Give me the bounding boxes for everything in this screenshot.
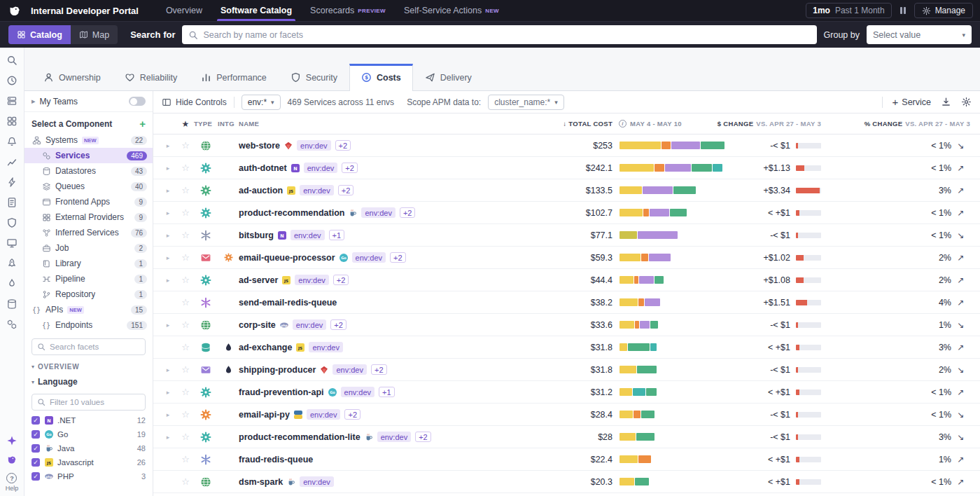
rail-bits-ai-icon[interactable] [6, 435, 18, 446]
row-star-icon[interactable]: ☆ [177, 476, 194, 487]
env-tag[interactable]: env:dev [307, 409, 341, 420]
table-row[interactable]: ▸☆web-storeenv:dev+2$253-< $1< 1%↘ [153, 135, 980, 157]
row-star-icon[interactable]: ☆ [177, 140, 194, 151]
row-star-icon[interactable]: ☆ [177, 207, 194, 218]
tab-security[interactable]: Security [279, 64, 349, 91]
sidebar-item-external-providers[interactable]: External Providers9 [24, 209, 153, 225]
table-row[interactable]: ▸☆bitsburgNenv:dev+1$77.1-< $1< 1%↘ [153, 224, 980, 247]
row-expand-chevron[interactable]: ▸ [159, 187, 177, 194]
service-name[interactable]: ad-exchange [239, 343, 292, 352]
checkbox-checked-icon[interactable]: ✓ [31, 472, 40, 481]
table-row[interactable]: ☆ad-exchangeJSenv:dev$31.8< +$13%↗ [153, 336, 980, 359]
env-more-badge[interactable]: +2 [335, 140, 351, 151]
tab-delivery[interactable]: Delivery [413, 64, 484, 91]
service-name[interactable]: ad-auction [239, 186, 283, 195]
datadog-logo-icon[interactable] [7, 3, 22, 18]
sidebar-item-repository[interactable]: Repository1 [24, 287, 153, 302]
rail-databases-icon[interactable] [6, 298, 18, 310]
service-name[interactable]: product-recommendation [239, 208, 344, 218]
table-row[interactable]: ☆dsm-sparkenv:dev$20.3< +$1< 1%↗ [153, 471, 980, 493]
env-tag[interactable]: env:dev [300, 185, 334, 195]
rail-integrations-icon[interactable] [6, 319, 18, 330]
language-option-net[interactable]: ✓N.NET12 [24, 413, 153, 427]
env-tag[interactable]: env:dev [295, 275, 329, 285]
row-expand-chevron[interactable]: ▸ [159, 209, 177, 216]
time-range-picker[interactable]: 1mo Past 1 Month [806, 3, 891, 18]
sidebar-item-pipeline[interactable]: Pipeline1 [24, 271, 153, 287]
tab-costs[interactable]: $Costs [349, 64, 413, 91]
language-option-php[interactable]: ✓phpPHP3 [24, 469, 153, 483]
language-option-javascript[interactable]: ✓JSJavascript26 [24, 455, 153, 469]
env-more-badge[interactable]: +1 [379, 387, 395, 397]
row-star-icon[interactable]: ☆ [177, 297, 194, 308]
env-tag[interactable]: env:dev [293, 319, 327, 330]
checkbox-checked-icon[interactable]: ✓ [31, 430, 40, 439]
row-star-icon[interactable]: ☆ [177, 409, 194, 420]
row-star-icon[interactable]: ☆ [177, 230, 194, 240]
env-tag[interactable]: env:dev [309, 342, 343, 352]
table-row[interactable]: ▸☆corp-sitephpenv:dev+2$33.6-< $11%↘ [153, 314, 980, 336]
env-tag[interactable]: env:dev [361, 207, 396, 218]
service-name[interactable]: shipping-producer [239, 365, 316, 375]
row-expand-chevron[interactable]: ▸ [159, 389, 177, 396]
checkbox-checked-icon[interactable]: ✓ [31, 444, 40, 453]
service-name[interactable]: fraud-redis-queue [239, 455, 313, 464]
row-star-icon[interactable]: ☆ [177, 454, 194, 464]
row-expand-chevron[interactable]: ▸ [159, 232, 177, 239]
sidebar-item-job[interactable]: Job2 [24, 240, 153, 256]
table-row[interactable]: ▸☆product-recommendationenv:dev+2$102.7<… [153, 202, 980, 224]
add-component-button[interactable]: + [139, 118, 146, 129]
service-name[interactable]: fraud-prevention-api [239, 387, 324, 397]
sidebar-item-services[interactable]: Services469 [24, 148, 153, 163]
language-section-header[interactable]: ▾ Language [24, 373, 153, 388]
row-star-icon[interactable]: ☆ [177, 163, 194, 173]
settings-button[interactable] [961, 97, 972, 107]
rail-ci-cd-icon[interactable] [6, 258, 18, 269]
table-row[interactable]: ☆send-email-redis-queue$38.2+$1.514%↗ [153, 291, 980, 314]
add-service-button[interactable]: + Service [892, 97, 931, 107]
nav-scorecards[interactable]: ScorecardsPREVIEW [301, 0, 395, 21]
table-row[interactable]: ▸☆product-recommendation-liteenv:dev+2$2… [153, 426, 980, 448]
map-view-button[interactable]: Map [71, 25, 118, 44]
row-expand-chevron[interactable]: ▸ [159, 411, 177, 418]
row-expand-chevron[interactable]: ▸ [159, 142, 177, 149]
tab-performance[interactable]: Performance [189, 64, 279, 91]
service-name[interactable]: dsm-spark [239, 477, 283, 487]
col-intg[interactable]: INTG [218, 120, 239, 128]
row-star-icon[interactable]: ☆ [177, 342, 194, 352]
row-expand-chevron[interactable]: ▸ [159, 165, 177, 172]
sidebar-item-datastores[interactable]: Datastores43 [24, 163, 153, 179]
env-more-badge[interactable]: +2 [342, 163, 358, 173]
table-row[interactable]: ▸☆ad-auctionJSenv:dev+2$133.5+$3.343%↗ [153, 179, 980, 202]
row-star-icon[interactable]: ☆ [177, 364, 194, 375]
col-type[interactable]: TYPE [194, 120, 218, 128]
manage-button[interactable]: Manage [914, 3, 973, 18]
env-tag[interactable]: env:dev [352, 252, 386, 263]
service-name[interactable]: send-email-redis-queue [239, 298, 337, 308]
env-more-badge[interactable]: +2 [390, 252, 406, 263]
service-name[interactable]: email-api-py [239, 410, 290, 420]
search-for-label[interactable]: Search for [130, 29, 175, 40]
help-button[interactable]: ? Help [6, 473, 19, 492]
rail-dashboards-icon[interactable] [6, 116, 18, 127]
sidebar-item-inferred-services[interactable]: Inferred Services76 [24, 225, 153, 240]
env-tag[interactable]: env:dev [341, 387, 375, 397]
header-star-icon[interactable]: ★ [177, 119, 194, 129]
env-more-badge[interactable]: +2 [338, 185, 354, 195]
group-by-select[interactable]: Select value ▾ [867, 25, 972, 44]
row-star-icon[interactable]: ☆ [177, 432, 194, 442]
search-input[interactable] [203, 30, 810, 40]
catalog-view-button[interactable]: Catalog [8, 25, 71, 44]
scope-filter-chip[interactable]: cluster_name:* ▾ [488, 95, 564, 110]
env-filter-chip[interactable]: env:* ▾ [241, 95, 281, 110]
env-more-badge[interactable]: +2 [333, 275, 349, 285]
hide-controls-button[interactable]: Hide Controls [162, 97, 227, 107]
env-tag[interactable]: env:dev [297, 140, 331, 151]
rail-metrics-icon[interactable] [6, 156, 18, 167]
rail-datadog-agent-icon[interactable] [6, 454, 18, 465]
tab-reliability[interactable]: Reliability [113, 64, 190, 91]
table-row[interactable]: ▸☆ad-serverJSenv:dev+2$44.4+$1.082%↗ [153, 269, 980, 291]
row-expand-chevron[interactable]: ▸ [159, 277, 177, 284]
env-tag[interactable]: env:dev [290, 230, 325, 240]
env-more-badge[interactable]: +2 [415, 432, 431, 442]
